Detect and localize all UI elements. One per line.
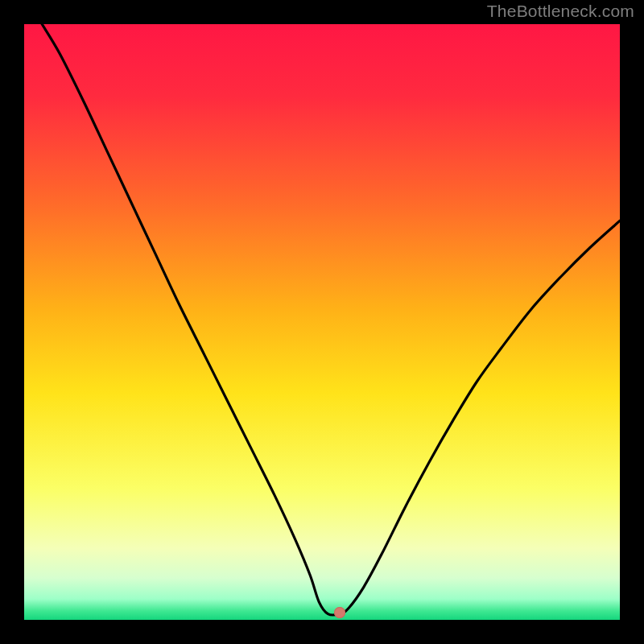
plot-svg [24,24,620,620]
chart-stage: TheBottleneck.com [0,0,644,644]
optimal-point-marker [334,607,345,618]
plot-background [24,24,620,620]
plot-frame [24,24,620,620]
watermark-label: TheBottleneck.com [487,2,634,21]
